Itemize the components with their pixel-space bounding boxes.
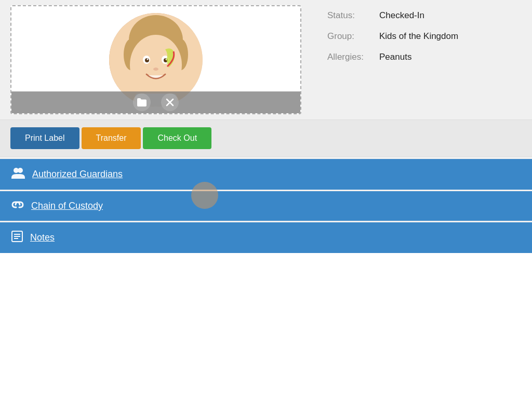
photo-folder-button[interactable] xyxy=(133,94,151,111)
svg-point-4 xyxy=(130,35,182,95)
group-label: Group: xyxy=(327,31,374,42)
transfer-button[interactable]: Transfer xyxy=(82,127,141,149)
svg-point-9 xyxy=(147,59,149,60)
chain-icon xyxy=(11,200,24,212)
allergies-label: Allergies: xyxy=(327,52,374,62)
allergies-row: Allergies: Peanuts xyxy=(327,52,516,62)
allergies-value: Peanuts xyxy=(379,52,411,62)
guardians-label: Authorized Guardians xyxy=(32,169,123,180)
info-area: Status: Checked-In Group: Kids of the Ki… xyxy=(312,0,532,119)
group-value: Kids of the Kingdom xyxy=(379,31,458,42)
button-bar: Print Label Transfer Check Out xyxy=(0,119,532,157)
print-label-button[interactable]: Print Label xyxy=(10,127,79,149)
photo-overlay xyxy=(11,91,300,113)
status-value: Checked-In xyxy=(379,10,424,21)
notes-label: Notes xyxy=(30,232,55,243)
photo-wrapper xyxy=(10,5,301,114)
accordion-item-authorized-guardians[interactable]: Authorized Guardians xyxy=(0,159,532,190)
page-container: Status: Checked-In Group: Kids of the Ki… xyxy=(0,0,532,399)
guardians-icon xyxy=(11,167,25,181)
photo-close-button[interactable] xyxy=(161,94,179,111)
bottom-area xyxy=(0,253,532,399)
svg-point-11 xyxy=(153,68,158,71)
accordion-item-chain-of-custody[interactable]: Chain of Custody xyxy=(0,191,532,221)
status-label: Status: xyxy=(327,10,374,21)
accordion-container: Authorized Guardians Chain of Custody xyxy=(0,159,532,253)
top-section: Status: Checked-In Group: Kids of the Ki… xyxy=(0,0,532,119)
check-out-button[interactable]: Check Out xyxy=(143,127,211,149)
group-row: Group: Kids of the Kingdom xyxy=(327,31,516,42)
status-row: Status: Checked-In xyxy=(327,10,516,21)
chain-label: Chain of Custody xyxy=(31,201,103,211)
svg-point-16 xyxy=(18,168,23,173)
accordion-item-notes[interactable]: Notes xyxy=(0,222,532,253)
notes-icon xyxy=(11,231,23,245)
photo-area xyxy=(0,0,312,119)
